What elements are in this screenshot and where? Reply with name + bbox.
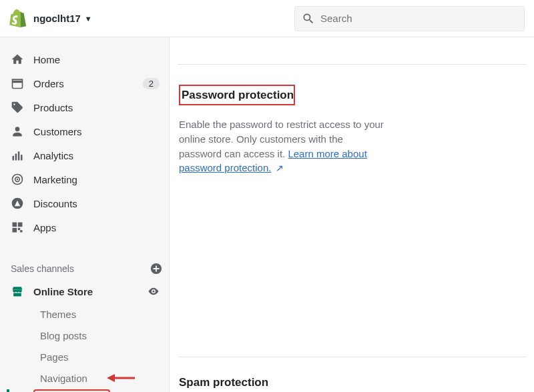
svg-rect-14 bbox=[13, 293, 21, 297]
orders-count-badge: 2 bbox=[143, 78, 160, 89]
sidebar-item-label: Customers bbox=[33, 126, 162, 137]
svg-point-6 bbox=[17, 179, 19, 181]
sidebar-item-label: Apps bbox=[33, 222, 162, 233]
shopify-logo-icon bbox=[9, 9, 27, 28]
store-icon bbox=[11, 285, 24, 298]
analytics-icon bbox=[11, 149, 24, 162]
subnav-item-preferences[interactable]: Preferences bbox=[33, 389, 110, 392]
sidebar: Home Orders 2 Products Customers Analyti… bbox=[0, 37, 170, 392]
svg-rect-11 bbox=[18, 228, 20, 230]
svg-rect-9 bbox=[18, 223, 23, 227]
svg-rect-2 bbox=[18, 151, 20, 160]
svg-marker-17 bbox=[107, 374, 115, 382]
apps-icon bbox=[11, 221, 24, 234]
svg-rect-8 bbox=[13, 223, 17, 227]
subnav-item-blog-posts[interactable]: Blog posts bbox=[33, 325, 169, 346]
tag-icon bbox=[11, 101, 24, 114]
caret-down-icon: ▼ bbox=[85, 15, 92, 23]
person-icon bbox=[11, 125, 24, 138]
sidebar-item-apps[interactable]: Apps bbox=[7, 216, 169, 239]
search-icon bbox=[302, 12, 315, 25]
add-channel-icon[interactable] bbox=[150, 263, 162, 275]
external-link-icon: ↗ bbox=[276, 163, 284, 173]
target-icon bbox=[11, 173, 24, 186]
sidebar-item-online-store[interactable]: Online Store bbox=[7, 280, 169, 303]
sidebar-item-label: Analytics bbox=[33, 150, 162, 161]
online-store-subnav: Themes Blog posts Pages Navigation Prefe… bbox=[7, 304, 169, 392]
sidebar-item-home[interactable]: Home bbox=[7, 48, 169, 71]
divider bbox=[178, 64, 526, 65]
sidebar-item-discounts[interactable]: Discounts bbox=[7, 192, 169, 215]
spam-protection-heading: Spam protection bbox=[179, 376, 526, 389]
app-header: ngoclht17 ▼ bbox=[0, 0, 534, 37]
svg-rect-10 bbox=[13, 228, 17, 233]
view-store-icon[interactable] bbox=[148, 285, 160, 297]
sidebar-item-label: Discounts bbox=[33, 198, 162, 209]
annotation-arrow-icon bbox=[107, 371, 135, 385]
sidebar-item-analytics[interactable]: Analytics bbox=[7, 144, 169, 167]
password-protection-heading: Password protection bbox=[179, 85, 295, 105]
sidebar-item-label: Marketing bbox=[33, 174, 162, 185]
store-name-label: ngoclht17 bbox=[33, 13, 81, 24]
home-icon bbox=[11, 53, 24, 66]
password-protection-description: Enable the password to restrict access t… bbox=[179, 117, 386, 175]
search-input[interactable] bbox=[320, 13, 517, 24]
discount-icon bbox=[11, 197, 24, 210]
subnav-item-themes[interactable]: Themes bbox=[33, 304, 169, 325]
sidebar-item-marketing[interactable]: Marketing bbox=[7, 168, 169, 191]
orders-icon bbox=[11, 77, 24, 90]
sales-channels-header: Sales channels bbox=[7, 257, 169, 280]
svg-rect-0 bbox=[13, 156, 15, 161]
subnav-item-pages[interactable]: Pages bbox=[33, 347, 169, 367]
sidebar-item-label: Orders bbox=[33, 78, 143, 89]
channel-label: Online Store bbox=[33, 286, 148, 297]
subnav-item-navigation[interactable]: Navigation bbox=[33, 368, 169, 389]
active-indicator bbox=[7, 389, 9, 392]
sales-channels-title: Sales channels bbox=[11, 263, 150, 274]
sidebar-item-orders[interactable]: Orders 2 bbox=[7, 72, 169, 95]
search-bar[interactable] bbox=[294, 6, 525, 31]
sidebar-item-label: Products bbox=[33, 102, 162, 113]
store-switcher[interactable]: ngoclht17 ▼ bbox=[33, 13, 92, 24]
sidebar-item-label: Home bbox=[33, 54, 162, 65]
sidebar-item-customers[interactable]: Customers bbox=[7, 120, 169, 143]
sidebar-item-products[interactable]: Products bbox=[7, 96, 169, 119]
svg-point-15 bbox=[153, 291, 155, 293]
main-content: Password protection Enable the password … bbox=[170, 37, 534, 392]
svg-rect-1 bbox=[15, 154, 17, 161]
svg-rect-3 bbox=[21, 155, 23, 160]
divider bbox=[179, 357, 526, 357]
svg-rect-12 bbox=[20, 230, 22, 232]
